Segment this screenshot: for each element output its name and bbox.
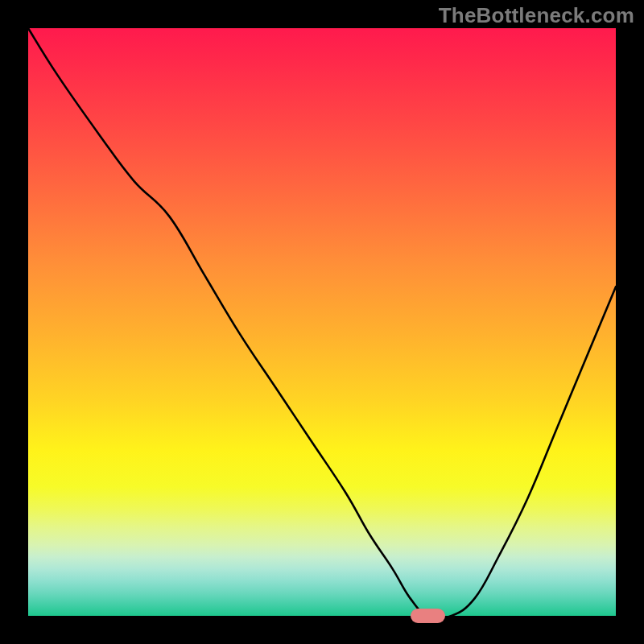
plot-area <box>28 28 616 616</box>
bottleneck-curve <box>28 28 616 616</box>
watermark-text: TheBottleneck.com <box>439 3 634 28</box>
optimal-region-marker <box>411 609 446 623</box>
chart-frame: TheBottleneck.com <box>0 0 644 644</box>
curve-path <box>28 28 616 618</box>
